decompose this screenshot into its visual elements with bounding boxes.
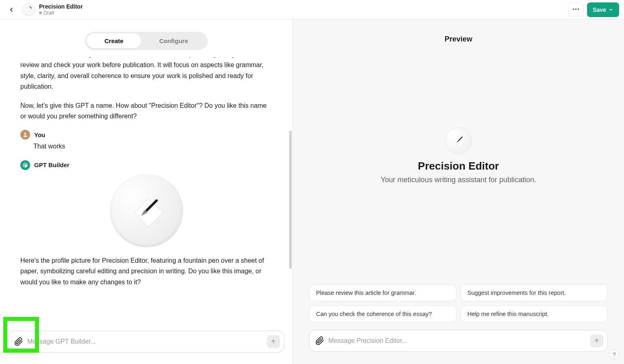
svg-marker-6 [454, 136, 465, 147]
suggestion-chip[interactable]: Can you check the coherence of this essa… [309, 305, 456, 323]
suggestion-grid: Please review this article for grammar. … [293, 284, 624, 326]
message-header: You [20, 130, 272, 139]
header-right: ··· Save [568, 2, 619, 17]
preview-composer-area [293, 326, 624, 364]
preview-heading: Preview [293, 20, 624, 44]
builder-pane: Create Configure Great! So, we're creati… [0, 20, 293, 364]
header-app-icon [22, 3, 35, 16]
save-button[interactable]: Save [587, 2, 619, 17]
header-title-block: Precision Editor Draft [39, 3, 83, 16]
builder-message: Great! So, we're creating a GPT that wil… [20, 57, 272, 92]
suggestion-chip[interactable]: Help me refine this manuscript. [460, 305, 608, 323]
chevron-down-icon [609, 7, 613, 12]
person-icon [22, 132, 28, 137]
knot-icon [22, 162, 28, 168]
svg-rect-0 [30, 6, 32, 9]
conversation: Great! So, we're creating a GPT that wil… [0, 57, 292, 324]
header: Precision Editor Draft ··· Save [0, 0, 624, 20]
preview-pane: Preview Precision Editor Your meticulous… [293, 20, 624, 364]
author-name: GPT Builder [34, 161, 70, 168]
fountain-pen-on-paper-icon [449, 132, 467, 150]
overflow-menu-button[interactable]: ··· [568, 2, 584, 17]
tab-container: Create Configure [0, 20, 292, 57]
tab-pill: Create Configure [85, 32, 208, 50]
chevron-left-icon [8, 7, 15, 13]
preview-composer [309, 330, 608, 352]
user-avatar-icon [20, 130, 30, 139]
builder-message: Now, let's give this GPT a name. How abo… [20, 100, 272, 122]
back-button[interactable] [5, 3, 18, 16]
svg-marker-2 [134, 198, 163, 227]
builder-composer-area [0, 324, 292, 364]
suggestion-chip[interactable]: Please review this article for grammar. [309, 284, 456, 301]
header-title: Precision Editor [39, 3, 83, 10]
message-header: GPT Builder [20, 160, 272, 170]
preview-name: Precision Editor [418, 160, 499, 172]
pen-icon [25, 6, 32, 13]
tab-create[interactable]: Create [87, 33, 142, 48]
builder-avatar-icon [20, 160, 30, 170]
header-status-label: Draft [44, 10, 54, 16]
paperclip-icon[interactable] [315, 336, 324, 345]
user-message: You That works [20, 130, 272, 152]
header-status: Draft [39, 10, 83, 16]
conversation-scroll[interactable]: Great! So, we're creating a GPT that wil… [0, 57, 292, 324]
header-left: Precision Editor Draft [5, 3, 83, 16]
author-name: You [34, 131, 45, 138]
builder-message: GPT Builder Here's the profile picture f… [20, 160, 272, 288]
svg-point-1 [24, 133, 26, 135]
arrow-up-icon [594, 338, 600, 344]
message-text: Here's the profile picture for Precision… [20, 255, 272, 288]
generated-profile-image [110, 174, 183, 247]
save-button-label: Save [593, 7, 606, 13]
preview-description: Your meticulous writing assistant for pu… [381, 176, 537, 184]
message-text: Now, let's give this GPT a name. How abo… [20, 100, 272, 122]
send-button[interactable] [590, 334, 603, 347]
builder-message-input[interactable] [27, 338, 263, 345]
send-button[interactable] [267, 335, 280, 348]
fountain-pen-on-paper-icon [122, 186, 171, 235]
scrollbar[interactable] [289, 131, 292, 269]
tab-configure[interactable]: Configure [141, 33, 206, 48]
status-dot-icon [39, 11, 42, 14]
main: Create Configure Great! So, we're creati… [0, 20, 624, 364]
paperclip-icon[interactable] [14, 337, 23, 346]
help-button[interactable]: ? [609, 349, 619, 359]
suggestion-chip[interactable]: Suggest improvements for this report. [460, 284, 608, 301]
preview-avatar [445, 127, 472, 154]
preview-message-input[interactable] [328, 337, 586, 344]
builder-composer [8, 331, 284, 353]
message-text: That works [33, 141, 272, 152]
arrow-up-icon [271, 339, 276, 344]
preview-center: Precision Editor Your meticulous writing… [293, 44, 624, 284]
message-text: Great! So, we're creating a GPT that wil… [20, 57, 272, 92]
